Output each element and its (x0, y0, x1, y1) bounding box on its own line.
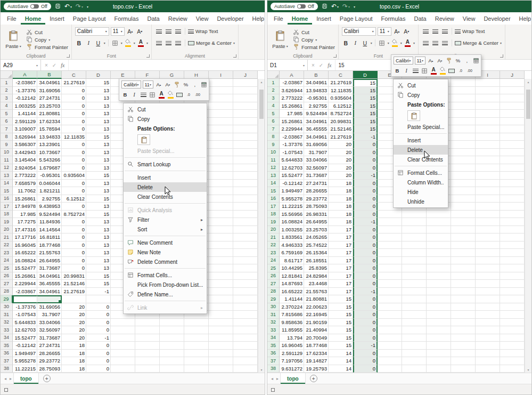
cell-B30[interactable]: 22.00623 (304, 303, 329, 311)
merge-center-button[interactable] (448, 67, 455, 75)
cell-C13[interactable]: 20 (329, 172, 353, 180)
cell-H36[interactable] (451, 350, 476, 358)
cell-C29[interactable]: 15 (329, 295, 353, 303)
cell-C25[interactable]: 17 (329, 264, 353, 272)
cell-G31[interactable] (427, 311, 451, 319)
cell-D14[interactable]: 13 (86, 180, 111, 188)
cell-J6[interactable] (500, 118, 525, 126)
cell-D23[interactable]: 0 (353, 249, 378, 257)
cell-J7[interactable] (233, 125, 258, 133)
cell-I27[interactable] (476, 280, 500, 288)
macro-record-icon[interactable] (271, 388, 275, 392)
cell-E30[interactable] (378, 303, 402, 311)
cell-I19[interactable] (476, 218, 500, 226)
font-color-button[interactable]: A (430, 67, 437, 75)
row-header-16[interactable]: 16 (1, 195, 13, 203)
font-size-select[interactable]: 11▾ (415, 57, 425, 65)
column-header-B[interactable]: B (304, 71, 329, 79)
cell-A32[interactable]: 5.644833 (13, 319, 37, 327)
context-menu-item-hide[interactable]: Hide (394, 187, 448, 197)
cell-C36[interactable]: 18 (62, 350, 86, 358)
cell-I16[interactable] (209, 195, 233, 203)
cell-C8[interactable]: 12.11835 (62, 133, 86, 141)
cell-D36[interactable]: 0 (86, 350, 111, 358)
cell-G34[interactable] (160, 334, 184, 342)
cell-J2[interactable] (233, 87, 258, 95)
cell-A13[interactable]: 2.773222 (13, 172, 37, 180)
cell-C3[interactable]: 0 (62, 94, 86, 102)
row-header-29[interactable]: 29 (1, 295, 13, 303)
context-menu-item-insert[interactable]: Insert (124, 173, 207, 182)
cell-B18[interactable]: 9.524494 (37, 211, 62, 219)
cell-G20[interactable] (427, 226, 451, 234)
cell-E31[interactable] (378, 311, 402, 319)
row-header-27[interactable]: 27 (267, 280, 280, 288)
cell-F32[interactable] (135, 319, 160, 327)
bold-button[interactable]: B (394, 67, 401, 75)
percent-style-button[interactable]: % (454, 57, 462, 65)
cell-H38[interactable] (184, 365, 209, 373)
context-menu-item-smart-lookup[interactable]: Smart Lookup (124, 159, 207, 169)
row-header-14[interactable]: 14 (267, 180, 280, 188)
cell-E19[interactable] (378, 218, 402, 226)
cell-B27[interactable]: 23.4468 (304, 280, 329, 288)
cell-D12[interactable]: 0 (353, 164, 378, 172)
comma-style-button[interactable]: , (191, 80, 199, 88)
cell-C18[interactable]: 18 (329, 211, 353, 219)
cell-C9[interactable]: 0 (62, 141, 86, 149)
cell-D8[interactable]: -1 (353, 133, 378, 141)
row-header-1[interactable]: 1 (267, 79, 280, 87)
cell-F35[interactable] (402, 342, 427, 350)
cell-J28[interactable] (233, 288, 258, 296)
cell-D18[interactable]: 0 (353, 211, 378, 219)
cell-D10[interactable]: 0 (353, 149, 378, 157)
cell-C23[interactable]: 17 (329, 249, 353, 257)
cell-G22[interactable] (427, 241, 451, 249)
cell-I4[interactable] (476, 102, 500, 110)
column-header-A[interactable]: A (280, 71, 304, 79)
ribbon-tab-review[interactable]: Review (431, 12, 459, 25)
cell-D4[interactable]: 15 (353, 102, 378, 110)
cell-J35[interactable] (233, 342, 258, 350)
format-painter-button[interactable] (445, 57, 453, 65)
undo-button[interactable]: ↶▾ (64, 3, 72, 10)
align-middle-button[interactable] (165, 27, 173, 36)
cell-B6[interactable]: 17.62334 (37, 118, 62, 126)
cell-A2[interactable]: 3.626944 (280, 87, 304, 95)
italic-button[interactable]: I (130, 91, 138, 99)
cell-G35[interactable] (427, 342, 451, 350)
cell-I12[interactable] (476, 164, 500, 172)
cell-B21[interactable]: 16.81811 (37, 233, 62, 241)
cell-B4[interactable]: 2.92755 (304, 102, 329, 110)
ribbon-tab-data[interactable]: Data (143, 12, 163, 25)
font-color-button[interactable]: A (137, 39, 145, 47)
cell-B10[interactable]: 31.7907 (304, 149, 329, 157)
cell-C14[interactable]: 0 (62, 180, 86, 188)
cell-E32[interactable] (111, 319, 135, 327)
cell-G32[interactable] (160, 319, 184, 327)
cell-B36[interactable]: 17.62334 (304, 350, 329, 358)
cell-J20[interactable] (500, 226, 525, 234)
cell-A26[interactable]: 15.26861 (13, 272, 37, 280)
cell-B17[interactable]: 9.438953 (37, 203, 62, 211)
scroll-up-icon[interactable]: ▴ (260, 80, 262, 84)
cell-H26[interactable] (451, 272, 476, 280)
context-menu-item-define-name[interactable]: Define Name... (124, 289, 207, 299)
row-header-14[interactable]: 14 (1, 180, 13, 188)
row-header-37[interactable]: 37 (1, 357, 13, 365)
row-header-15[interactable]: 15 (267, 187, 280, 195)
cell-J17[interactable] (233, 203, 258, 211)
column-header-C[interactable]: C (329, 71, 353, 79)
cell-A33[interactable]: 11.85955 (280, 326, 304, 334)
cell-D24[interactable]: 13 (86, 257, 111, 265)
cell-B20[interactable]: 14.14564 (37, 226, 62, 234)
cell-B13[interactable]: 31.73687 (304, 172, 329, 180)
cell-D33[interactable]: 0 (353, 326, 378, 334)
ribbon-tab-developer[interactable]: Developer (479, 12, 514, 25)
cell-A30[interactable]: 2.370224 (280, 303, 304, 311)
cell-I24[interactable] (476, 257, 500, 265)
cell-J9[interactable] (500, 141, 525, 149)
cell-D15[interactable]: 0 (353, 187, 378, 195)
cell-C2[interactable]: 0 (62, 87, 86, 95)
cell-B37[interactable]: 19.14827 (304, 357, 329, 365)
